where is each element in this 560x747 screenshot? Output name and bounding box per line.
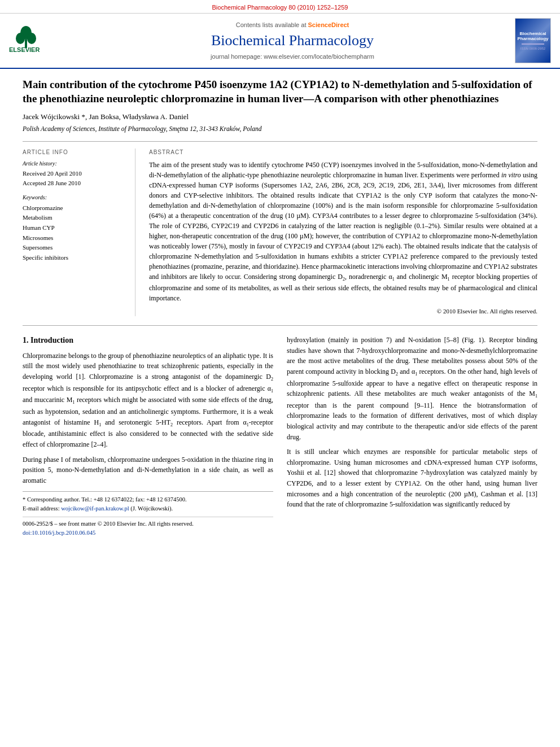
keywords-list: Chlorpromazine Metabolism Human CYP Micr… (23, 203, 127, 263)
intro-paragraph-1: Chlorpromazine belongs to the group of p… (23, 351, 273, 450)
keyword-5: Supersomes (23, 243, 127, 253)
elsevier-logo: ELSEVIER (9, 23, 60, 59)
svg-text:ELSEVIER: ELSEVIER (9, 46, 40, 53)
top-bar: Biochemical Pharmacology 80 (2010) 1252–… (0, 0, 560, 14)
homepage-line: journal homepage: www.elsevier.com/locat… (70, 53, 515, 61)
intro-paragraph-2: During phase I of metabolism, chlorproma… (23, 455, 273, 486)
right-paragraph-1: hydroxylation (mainly in position 7) and… (287, 335, 537, 442)
received-date: Received 20 April 2010 (23, 169, 127, 178)
abstract-header: ABSTRACT (149, 148, 537, 156)
svg-point-3 (27, 33, 36, 44)
email-suffix: (J. Wójcikowski). (130, 505, 173, 512)
email-address[interactable]: wojcikow@if-pan.krakow.pl (61, 505, 129, 512)
intro-section-title: 1. Introduction (23, 335, 273, 346)
sciencedirect-line: Contents lists available at ScienceDirec… (70, 21, 515, 29)
affiliation-line: Polish Academy of Sciences, Institute of… (23, 124, 537, 133)
corresponding-note: * Corresponding author. Tel.: +48 12 637… (23, 495, 273, 504)
keywords-label: Keywords: (23, 194, 127, 202)
accepted-date: Accepted 28 June 2010 (23, 179, 127, 187)
body-divider (23, 325, 537, 326)
abstract-text: The aim of the present study was to iden… (149, 160, 537, 316)
abstract-column: ABSTRACT The aim of the present study wa… (149, 148, 537, 316)
body-left-column: 1. Introduction Chlorpromazine belongs t… (23, 335, 273, 537)
email-line: E-mail address: wojcikow@if-pan.krakow.p… (23, 504, 273, 513)
issn-line: 0006-2952/$ – see front matter © 2010 El… (23, 519, 273, 528)
copyright-text: © 2010 Elsevier Inc. All rights reserved… (149, 307, 537, 316)
authors-line: Jacek Wójcikowski *, Jan Boksa, Władysła… (23, 112, 537, 122)
keyword-1: Chlorpromazine (23, 203, 127, 213)
keyword-2: Metabolism (23, 213, 127, 223)
body-right-column: hydroxylation (mainly in position 7) and… (287, 335, 537, 537)
svg-point-2 (16, 33, 25, 44)
right-paragraph-2: It is still unclear which enzymes are re… (287, 447, 537, 510)
journal-title-block: Contents lists available at ScienceDirec… (70, 21, 515, 61)
keywords-block: Keywords: Chlorpromazine Metabolism Huma… (23, 194, 127, 263)
article-title: Main contribution of the cytochrome P450… (23, 78, 537, 106)
email-label: E-mail address: (23, 505, 60, 512)
header-divider (23, 141, 537, 142)
journal-citation: Biochemical Pharmacology 80 (2010) 1252–… (212, 4, 348, 11)
history-label: Article history: (23, 160, 127, 168)
article-info-header: ARTICLE INFO (23, 148, 127, 156)
journal-name: Biochemical Pharmacology (70, 30, 515, 51)
doi-line[interactable]: doi:10.1016/j.bcp.2010.06.045 (23, 528, 273, 538)
body-content: 1. Introduction Chlorpromazine belongs t… (23, 335, 537, 537)
keyword-6: Specific inhibitors (23, 253, 127, 263)
history-block: Article history: Received 20 April 2010 … (23, 160, 127, 188)
journal-header: ELSEVIER Contents lists available at Sci… (0, 14, 560, 69)
footnote-section: * Corresponding author. Tel.: +48 12 637… (23, 491, 273, 537)
sciencedirect-link[interactable]: ScienceDirect (308, 21, 349, 28)
keyword-3: Human CYP (23, 223, 127, 233)
keyword-4: Microsomes (23, 233, 127, 243)
journal-thumbnail: BiochemicalPharmacology ISSN 0006-2952 (515, 18, 551, 63)
article-info-column: ARTICLE INFO Article history: Received 2… (23, 148, 135, 316)
